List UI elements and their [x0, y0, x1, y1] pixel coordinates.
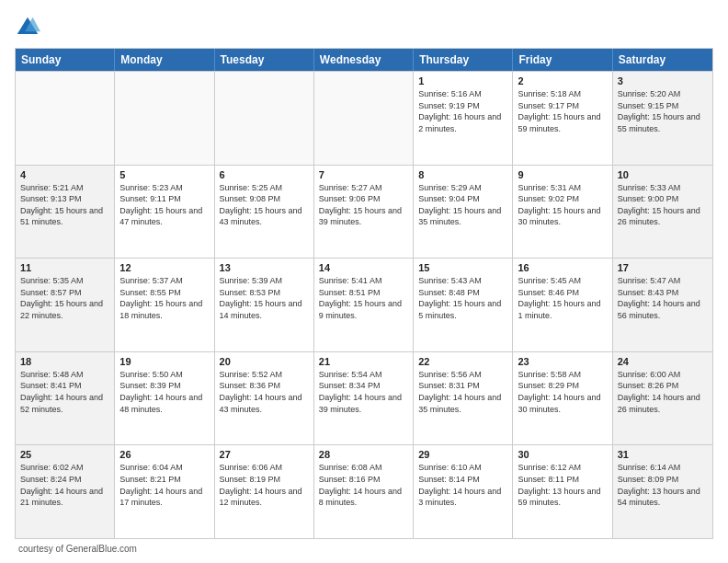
- logo-icon: [15, 15, 40, 40]
- day-number: 4: [20, 169, 109, 180]
- day-info: Sunrise: 5:31 AM Sunset: 9:02 PM Dayligh…: [518, 182, 607, 228]
- day-info: Sunrise: 5:41 AM Sunset: 8:51 PM Dayligh…: [319, 275, 408, 321]
- day-number: 23: [518, 356, 607, 367]
- day-cell-1: 1Sunrise: 5:16 AM Sunset: 9:19 PM Daylig…: [414, 72, 513, 165]
- day-number: 8: [418, 169, 507, 180]
- footer-credit: courtesy of GeneralBlue.com: [18, 544, 137, 554]
- day-info: Sunrise: 5:18 AM Sunset: 9:17 PM Dayligh…: [518, 88, 607, 134]
- day-number: 26: [119, 449, 209, 460]
- day-number: 22: [418, 356, 507, 367]
- calendar-row-4: 18Sunrise: 5:48 AM Sunset: 8:41 PM Dayli…: [16, 351, 712, 445]
- day-cell-29: 29Sunrise: 6:10 AM Sunset: 8:14 PM Dayli…: [414, 445, 513, 538]
- empty-cell: [115, 72, 214, 165]
- day-cell-16: 16Sunrise: 5:45 AM Sunset: 8:46 PM Dayli…: [513, 259, 612, 351]
- day-info: Sunrise: 5:29 AM Sunset: 9:04 PM Dayligh…: [418, 182, 507, 228]
- day-cell-22: 22Sunrise: 5:56 AM Sunset: 8:31 PM Dayli…: [414, 352, 513, 445]
- day-cell-26: 26Sunrise: 6:04 AM Sunset: 8:21 PM Dayli…: [115, 445, 214, 538]
- day-cell-8: 8Sunrise: 5:29 AM Sunset: 9:04 PM Daylig…: [414, 166, 513, 259]
- day-info: Sunrise: 6:10 AM Sunset: 8:14 PM Dayligh…: [418, 462, 507, 508]
- header-day-monday: Monday: [115, 49, 214, 71]
- day-number: 20: [220, 356, 309, 367]
- day-number: 1: [418, 75, 507, 86]
- day-cell-24: 24Sunrise: 6:00 AM Sunset: 8:26 PM Dayli…: [613, 352, 712, 445]
- day-cell-25: 25Sunrise: 6:02 AM Sunset: 8:24 PM Dayli…: [16, 445, 115, 538]
- day-number: 3: [618, 75, 708, 86]
- day-info: Sunrise: 5:16 AM Sunset: 9:19 PM Dayligh…: [418, 88, 507, 134]
- day-info: Sunrise: 6:12 AM Sunset: 8:11 PM Dayligh…: [518, 462, 607, 508]
- day-info: Sunrise: 6:00 AM Sunset: 8:26 PM Dayligh…: [618, 369, 708, 415]
- header-day-saturday: Saturday: [613, 49, 712, 71]
- day-number: 10: [618, 169, 708, 180]
- day-number: 11: [20, 262, 109, 273]
- day-number: 5: [119, 169, 209, 180]
- day-number: 17: [618, 262, 708, 273]
- day-cell-28: 28Sunrise: 6:08 AM Sunset: 8:16 PM Dayli…: [314, 445, 414, 538]
- day-info: Sunrise: 6:02 AM Sunset: 8:24 PM Dayligh…: [20, 462, 109, 508]
- day-cell-31: 31Sunrise: 6:14 AM Sunset: 8:09 PM Dayli…: [613, 445, 712, 538]
- header-day-wednesday: Wednesday: [314, 49, 414, 71]
- calendar-body: 1Sunrise: 5:16 AM Sunset: 9:19 PM Daylig…: [16, 71, 712, 538]
- calendar: SundayMondayTuesdayWednesdayThursdayFrid…: [15, 48, 713, 539]
- empty-cell: [314, 72, 414, 165]
- calendar-row-2: 4Sunrise: 5:21 AM Sunset: 9:13 PM Daylig…: [16, 165, 712, 259]
- day-info: Sunrise: 5:23 AM Sunset: 9:11 PM Dayligh…: [119, 182, 209, 228]
- day-cell-14: 14Sunrise: 5:41 AM Sunset: 8:51 PM Dayli…: [314, 259, 414, 351]
- day-cell-19: 19Sunrise: 5:50 AM Sunset: 8:39 PM Dayli…: [115, 352, 214, 445]
- day-info: Sunrise: 5:33 AM Sunset: 9:00 PM Dayligh…: [618, 182, 708, 228]
- day-number: 16: [518, 262, 607, 273]
- day-cell-21: 21Sunrise: 5:54 AM Sunset: 8:34 PM Dayli…: [314, 352, 414, 445]
- day-cell-7: 7Sunrise: 5:27 AM Sunset: 9:06 PM Daylig…: [314, 166, 414, 259]
- page: SundayMondayTuesdayWednesdayThursdayFrid…: [0, 0, 728, 563]
- day-cell-2: 2Sunrise: 5:18 AM Sunset: 9:17 PM Daylig…: [513, 72, 612, 165]
- day-number: 14: [319, 262, 408, 273]
- day-info: Sunrise: 6:14 AM Sunset: 8:09 PM Dayligh…: [618, 462, 708, 508]
- day-number: 15: [418, 262, 507, 273]
- day-number: 25: [20, 449, 109, 460]
- day-info: Sunrise: 5:47 AM Sunset: 8:43 PM Dayligh…: [618, 275, 708, 321]
- day-number: 9: [518, 169, 607, 180]
- day-number: 13: [220, 262, 309, 273]
- empty-cell: [16, 72, 115, 165]
- day-number: 7: [319, 169, 408, 180]
- header: [15, 15, 713, 40]
- day-info: Sunrise: 6:08 AM Sunset: 8:16 PM Dayligh…: [319, 462, 408, 508]
- day-cell-17: 17Sunrise: 5:47 AM Sunset: 8:43 PM Dayli…: [613, 259, 712, 351]
- day-number: 31: [618, 449, 708, 460]
- day-cell-5: 5Sunrise: 5:23 AM Sunset: 9:11 PM Daylig…: [115, 166, 214, 259]
- day-cell-4: 4Sunrise: 5:21 AM Sunset: 9:13 PM Daylig…: [16, 166, 115, 259]
- day-cell-20: 20Sunrise: 5:52 AM Sunset: 8:36 PM Dayli…: [215, 352, 314, 445]
- calendar-header: SundayMondayTuesdayWednesdayThursdayFrid…: [16, 49, 712, 71]
- day-info: Sunrise: 5:37 AM Sunset: 8:55 PM Dayligh…: [119, 275, 209, 321]
- logo: [15, 15, 44, 40]
- day-cell-18: 18Sunrise: 5:48 AM Sunset: 8:41 PM Dayli…: [16, 352, 115, 445]
- day-cell-13: 13Sunrise: 5:39 AM Sunset: 8:53 PM Dayli…: [215, 259, 314, 351]
- day-number: 27: [220, 449, 309, 460]
- calendar-row-5: 25Sunrise: 6:02 AM Sunset: 8:24 PM Dayli…: [16, 444, 712, 538]
- day-info: Sunrise: 5:52 AM Sunset: 8:36 PM Dayligh…: [220, 369, 309, 415]
- day-number: 6: [220, 169, 309, 180]
- header-day-tuesday: Tuesday: [215, 49, 314, 71]
- calendar-row-1: 1Sunrise: 5:16 AM Sunset: 9:19 PM Daylig…: [16, 71, 712, 165]
- day-info: Sunrise: 6:04 AM Sunset: 8:21 PM Dayligh…: [119, 462, 209, 508]
- day-info: Sunrise: 5:58 AM Sunset: 8:29 PM Dayligh…: [518, 369, 607, 415]
- day-info: Sunrise: 5:45 AM Sunset: 8:46 PM Dayligh…: [518, 275, 607, 321]
- header-day-sunday: Sunday: [16, 49, 115, 71]
- day-info: Sunrise: 5:27 AM Sunset: 9:06 PM Dayligh…: [319, 182, 408, 228]
- day-info: Sunrise: 5:20 AM Sunset: 9:15 PM Dayligh…: [618, 88, 708, 134]
- day-info: Sunrise: 5:54 AM Sunset: 8:34 PM Dayligh…: [319, 369, 408, 415]
- day-cell-10: 10Sunrise: 5:33 AM Sunset: 9:00 PM Dayli…: [613, 166, 712, 259]
- day-number: 30: [518, 449, 607, 460]
- day-number: 18: [20, 356, 109, 367]
- day-number: 24: [618, 356, 708, 367]
- day-info: Sunrise: 5:25 AM Sunset: 9:08 PM Dayligh…: [220, 182, 309, 228]
- day-cell-23: 23Sunrise: 5:58 AM Sunset: 8:29 PM Dayli…: [513, 352, 612, 445]
- calendar-row-3: 11Sunrise: 5:35 AM Sunset: 8:57 PM Dayli…: [16, 258, 712, 351]
- day-number: 12: [119, 262, 209, 273]
- footer-note: courtesy of GeneralBlue.com: [15, 544, 713, 554]
- day-cell-9: 9Sunrise: 5:31 AM Sunset: 9:02 PM Daylig…: [513, 166, 612, 259]
- day-number: 2: [518, 75, 607, 86]
- day-info: Sunrise: 6:06 AM Sunset: 8:19 PM Dayligh…: [220, 462, 309, 508]
- day-cell-12: 12Sunrise: 5:37 AM Sunset: 8:55 PM Dayli…: [115, 259, 214, 351]
- empty-cell: [215, 72, 314, 165]
- day-cell-11: 11Sunrise: 5:35 AM Sunset: 8:57 PM Dayli…: [16, 259, 115, 351]
